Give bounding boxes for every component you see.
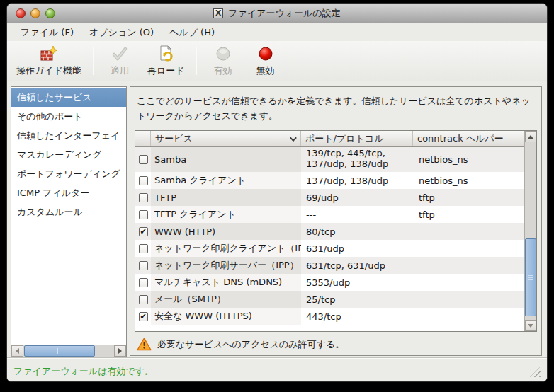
arrow-up-icon bbox=[528, 135, 533, 139]
service-name: Samba bbox=[151, 147, 301, 172]
service-checkbox[interactable] bbox=[139, 193, 148, 202]
title-bar[interactable]: X ファイアーウォールの設定 bbox=[7, 4, 547, 23]
reload-button[interactable]: 再ロード bbox=[141, 42, 191, 79]
window-title: ファイアーウォールの設定 bbox=[228, 7, 340, 20]
sidebar-item-masquerading[interactable]: マスカレーディング bbox=[11, 145, 126, 164]
category-sidebar: 信頼したサービス その他のポート 信頼したインターフェイ マスカレーディング ポ… bbox=[11, 86, 127, 357]
disable-button[interactable]: 無効 bbox=[244, 42, 287, 79]
table-row[interactable]: TFTP クライアント --- tftp bbox=[135, 206, 524, 223]
service-name: TFTP クライアント bbox=[151, 206, 301, 223]
service-ports: --- bbox=[301, 209, 413, 220]
header-service-column[interactable]: サービス bbox=[151, 131, 301, 146]
sidebar-item-custom-rules[interactable]: カスタムルール bbox=[11, 202, 126, 221]
menu-file[interactable]: ファイル (F) bbox=[13, 23, 81, 42]
panel-description: ここでどのサービスが信頼できるかを定義できます。信頼したサービスは全てのホストや… bbox=[130, 87, 541, 123]
service-checkbox[interactable] bbox=[139, 278, 148, 287]
zoom-window-button[interactable] bbox=[45, 8, 55, 18]
firewall-status-text: ファイアーウォールは有効です。 bbox=[13, 365, 154, 378]
scrollbar-thumb[interactable] bbox=[525, 238, 536, 316]
status-bar: ファイアーウォールは有効です。 bbox=[7, 357, 547, 382]
table-row[interactable]: ネットワーク印刷クライアント（IPP） 631/udp bbox=[135, 240, 524, 257]
service-name: ネットワーク印刷クライアント（IPP） bbox=[151, 240, 301, 257]
toolbar: 操作ガイド機能 適用 再ロード bbox=[7, 41, 547, 81]
arrow-left-icon bbox=[16, 348, 19, 354]
services-table: サービス ポート/プロトコル conntrack ヘルパー Samba 139/… bbox=[135, 130, 537, 332]
minimize-window-button[interactable] bbox=[30, 8, 40, 18]
table-row[interactable]: ✔ WWW (HTTP) 80/tcp bbox=[135, 223, 524, 240]
table-row[interactable]: Samba 139/tcp, 445/tcp, 137/udp, 138/udp… bbox=[135, 147, 524, 172]
service-name: ネットワーク印刷サーバー（IPP） bbox=[151, 257, 301, 274]
table-row[interactable]: ✔ 安全な WWW (HTTPS) 443/tcp bbox=[135, 308, 524, 325]
apply-check-icon bbox=[111, 45, 129, 63]
service-checkbox[interactable] bbox=[139, 155, 148, 164]
table-header: サービス ポート/プロトコル conntrack ヘルパー bbox=[135, 131, 524, 147]
service-helper: netbios_ns bbox=[413, 154, 524, 165]
sidebar-item-trusted-services[interactable]: 信頼したサービス bbox=[11, 88, 126, 107]
service-ports: 69/udp bbox=[301, 192, 413, 203]
header-checkbox-column[interactable] bbox=[135, 131, 151, 146]
sidebar-item-other-ports[interactable]: その他のポート bbox=[11, 107, 126, 126]
toolbar-separator bbox=[196, 47, 197, 75]
service-checkbox[interactable] bbox=[139, 176, 148, 185]
table-row[interactable]: TFTP 69/udp tftp bbox=[135, 189, 524, 206]
enable-button-label: 有効 bbox=[214, 64, 232, 77]
sidebar-horizontal-scrollbar[interactable] bbox=[11, 345, 126, 357]
table-row[interactable]: マルチキャスト DNS (mDNS) 5353/udp bbox=[135, 274, 524, 291]
sidebar-item-port-forwarding[interactable]: ポートフォワーディング bbox=[11, 164, 126, 183]
header-service-label: サービス bbox=[155, 132, 193, 145]
table-vertical-scrollbar[interactable] bbox=[524, 131, 536, 331]
warning-icon bbox=[137, 338, 152, 351]
service-checkbox[interactable] bbox=[139, 210, 148, 219]
resize-grip-icon[interactable] bbox=[530, 367, 541, 377]
service-checkbox[interactable] bbox=[139, 261, 148, 270]
scroll-up-button[interactable] bbox=[525, 131, 536, 142]
enable-button[interactable]: 有効 bbox=[202, 42, 244, 79]
scroll-left-button[interactable] bbox=[11, 345, 23, 357]
service-ports: 137/udp, 138/udp bbox=[301, 175, 413, 186]
service-ports: 631/udp bbox=[301, 243, 413, 254]
apply-button-label: 適用 bbox=[111, 64, 129, 77]
service-checkbox[interactable] bbox=[139, 295, 148, 304]
header-ports-column[interactable]: ポート/プロトコル bbox=[301, 131, 413, 146]
apply-button[interactable]: 適用 bbox=[98, 42, 141, 79]
header-ports-label: ポート/プロトコル bbox=[305, 132, 384, 145]
warning-text: 必要なサービスへのアクセスのみ許可する。 bbox=[157, 338, 344, 351]
header-conntrack-column[interactable]: conntrack ヘルパー bbox=[413, 131, 524, 146]
service-checkbox[interactable]: ✔ bbox=[139, 227, 148, 236]
table-row[interactable]: メール（SMTP） 25/tcp bbox=[135, 291, 524, 308]
sidebar-item-trusted-interfaces[interactable]: 信頼したインターフェイ bbox=[11, 126, 126, 145]
service-ports: 5353/udp bbox=[301, 277, 413, 288]
service-name: メール（SMTP） bbox=[151, 291, 301, 308]
close-window-button[interactable] bbox=[16, 8, 26, 18]
service-name: Samba クライアント bbox=[151, 172, 301, 189]
service-checkbox[interactable] bbox=[139, 244, 148, 253]
arrow-right-icon bbox=[118, 348, 122, 354]
firewall-settings-window: X ファイアーウォールの設定 ファイル (F) オプション (O) ヘルプ (H… bbox=[6, 3, 548, 382]
wizard-button-label: 操作ガイド機能 bbox=[16, 64, 81, 77]
reload-icon bbox=[157, 45, 175, 63]
service-ports: 139/tcp, 445/tcp, 137/udp, 138/udp bbox=[301, 148, 413, 169]
disable-circle-icon bbox=[256, 45, 275, 63]
table-row[interactable]: Samba クライアント 137/udp, 138/udp netbios_ns bbox=[135, 172, 524, 189]
scroll-right-button[interactable] bbox=[114, 345, 126, 357]
scroll-down-button[interactable] bbox=[525, 320, 536, 331]
table-row[interactable]: ネットワーク印刷サーバー（IPP） 631/tcp, 631/udp bbox=[135, 257, 524, 274]
arrow-down-icon bbox=[528, 324, 533, 328]
service-checkbox[interactable]: ✔ bbox=[139, 312, 148, 321]
disable-button-label: 無効 bbox=[256, 64, 275, 77]
sort-descending-icon bbox=[290, 134, 297, 142]
trusted-services-panel: ここでどのサービスが信頼できるかを定義できます。信頼したサービスは全てのホストや… bbox=[130, 86, 542, 356]
menu-options[interactable]: オプション (O) bbox=[81, 23, 162, 42]
service-ports: 80/tcp bbox=[301, 226, 413, 237]
sidebar-item-icmp-filter[interactable]: ICMP フィルター bbox=[11, 183, 126, 202]
service-ports: 631/tcp, 631/udp bbox=[301, 260, 413, 271]
service-name: 安全な WWW (HTTPS) bbox=[151, 308, 301, 325]
scrollbar-thumb[interactable] bbox=[24, 345, 95, 357]
wizard-button[interactable]: 操作ガイド機能 bbox=[10, 42, 88, 79]
firewall-wizard-icon bbox=[40, 45, 58, 63]
menu-bar: ファイル (F) オプション (O) ヘルプ (H) bbox=[7, 23, 547, 41]
service-helper: netbios_ns bbox=[413, 175, 524, 186]
toolbar-separator bbox=[93, 47, 94, 75]
menu-help[interactable]: ヘルプ (H) bbox=[162, 23, 222, 42]
service-name: WWW (HTTP) bbox=[151, 223, 301, 240]
